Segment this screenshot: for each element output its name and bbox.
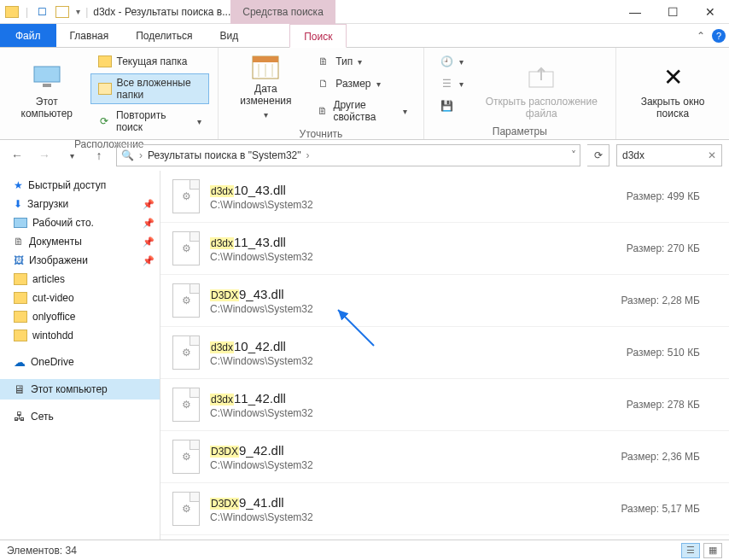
close-search-button[interactable]: ✕ Закрыть окно поиска (625, 51, 720, 120)
open-location-button: Открыть расположение файла (476, 51, 608, 120)
list-item[interactable]: ⚙ d3dx10_43.dll C:\Windows\System32 Разм… (160, 171, 729, 223)
sidebar-item-label: articles (32, 273, 65, 285)
ribbon-tabs: Файл Главная Поделиться Вид Поиск ⌃ ? (0, 24, 729, 48)
refresh-button[interactable]: ⟳ (587, 144, 609, 166)
file-name: d3dx11_42.dll (210, 391, 313, 405)
qat-dropdown-icon[interactable]: ▾ (76, 7, 80, 16)
list-item[interactable]: ⚙ d3dx11_42.dll C:\Windows\System32 Разм… (160, 379, 729, 431)
back-button[interactable]: ← (7, 145, 27, 166)
search-box[interactable]: d3dx ✕ (616, 144, 722, 166)
recent-dropdown[interactable]: ▾ (61, 145, 82, 166)
tab-view[interactable]: Вид (206, 24, 252, 47)
breadcrumb[interactable]: Результаты поиска в "System32" (148, 149, 301, 161)
svg-rect-0 (34, 67, 60, 82)
file-path: C:\Windows\System32 (210, 303, 313, 315)
other-props-button[interactable]: 🗎 Другие свойства (309, 96, 414, 126)
cloud-icon: ☁ (14, 355, 26, 369)
sidebar-item-label: Сеть (31, 411, 54, 423)
properties-icon[interactable]: ☐ (35, 5, 49, 19)
list-item[interactable]: ⚙ d3dx11_43.dll C:\Windows\System32 Разм… (160, 223, 729, 275)
qat-separator: | (26, 6, 28, 18)
up-button[interactable]: ↑ (89, 145, 109, 166)
contextual-tab-header: Средства поиска (230, 0, 335, 24)
monitor-icon: 🖥 (14, 382, 26, 396)
sidebar-item-network[interactable]: 🖧Сеть (0, 406, 160, 427)
tab-share[interactable]: Поделиться (122, 24, 206, 47)
pin-icon: 📌 (143, 255, 155, 266)
pictures-icon: 🖼 (14, 254, 24, 266)
sidebar-item-label: OneDrive (31, 356, 74, 368)
sidebar-item-cutvideo[interactable]: cut-video (0, 289, 160, 307)
tab-search[interactable]: Поиск (289, 24, 347, 48)
type-label: Тип (335, 55, 353, 67)
sidebar-item-articles[interactable]: articles (0, 270, 160, 289)
document-icon: 🗎 (317, 55, 330, 68)
save-search-button[interactable]: 💾 (433, 96, 471, 116)
address-bar[interactable]: 🔍 › Результаты поиска в "System32" › ˅ (116, 144, 580, 166)
advanced-options-button[interactable]: ☰ (433, 73, 471, 94)
clear-search-icon[interactable]: ✕ (708, 149, 716, 161)
file-size: Размер: 499 КБ (627, 190, 717, 202)
tab-file[interactable]: Файл (0, 24, 56, 47)
list-item[interactable]: ⚙ d3dx10_42.dll C:\Windows\System32 Разм… (160, 327, 729, 379)
sidebar-item-downloads[interactable]: ⬇Загрузки📌 (0, 195, 160, 213)
close-button[interactable]: ✕ (691, 0, 729, 24)
size-label: Размер (335, 78, 370, 90)
sidebar-item-label: Рабочий сто. (32, 217, 94, 229)
search-results-list[interactable]: ⚙ d3dx10_43.dll C:\Windows\System32 Разм… (160, 171, 729, 540)
recent-searches-button[interactable]: 🕘 (433, 51, 471, 72)
sidebar-item-label: Быстрый доступ (28, 179, 106, 191)
address-dropdown-icon[interactable]: ˅ (571, 149, 576, 161)
collapse-ribbon-icon[interactable]: ⌃ (697, 30, 705, 42)
tab-home[interactable]: Главная (56, 24, 123, 47)
document-icon: 🗎 (14, 236, 24, 248)
maximize-button[interactable]: ☐ (654, 0, 691, 24)
current-folder-button[interactable]: Текущая папка (90, 51, 210, 72)
type-button[interactable]: 🗎 Тип (309, 51, 414, 72)
search-again-button[interactable]: ⟳ Повторить поиск (90, 106, 210, 137)
options-icon: ☰ (440, 77, 454, 90)
search-again-icon: ⟳ (98, 114, 111, 128)
clock-icon: 🕘 (440, 55, 454, 68)
file-path: C:\Windows\System32 (210, 355, 313, 367)
dll-file-icon: ⚙ (172, 231, 200, 265)
all-subfolders-button[interactable]: Все вложенные папки (90, 73, 210, 104)
view-details-button[interactable]: ☰ (681, 543, 700, 558)
list-item[interactable]: ⚙ D3DX9_41.dll C:\Windows\System32 Разме… (160, 483, 729, 535)
folder-icon (98, 55, 112, 68)
list-item[interactable]: ⚙ D3DX9_43.dll C:\Windows\System32 Разме… (160, 275, 729, 327)
this-pc-label: Этот компьютер (14, 96, 80, 120)
list-item[interactable]: ⚙ D3DX9_42.dll C:\Windows\System32 Разме… (160, 431, 729, 483)
sidebar-item-label: Изображени (29, 254, 88, 266)
dll-file-icon: ⚙ (172, 492, 200, 526)
sidebar-item-label: cut-video (32, 292, 74, 304)
close-search-label: Закрыть окно поиска (630, 96, 715, 120)
minimize-button[interactable]: — (616, 0, 654, 24)
size-button[interactable]: 🗋 Размер (309, 73, 414, 94)
sidebar-item-onlyoffice[interactable]: onlyoffice (0, 307, 160, 326)
sidebar-item-label: Этот компьютер (31, 383, 108, 395)
sidebar-item-pictures[interactable]: 🖼Изображени📌 (0, 251, 160, 270)
new-folder-icon[interactable] (55, 5, 69, 19)
ribbon-group-location: Этот компьютер Текущая папка Все вложенн… (0, 48, 219, 139)
dll-file-icon: ⚙ (172, 440, 200, 474)
ribbon-group-options: 🕘 ☰ 💾 Открыть расположение файла Парамет… (424, 48, 617, 139)
file-name: d3dx11_43.dll (210, 235, 313, 249)
sidebar-item-label: onlyoffice (32, 311, 75, 323)
sidebar-item-onedrive[interactable]: ☁OneDrive (0, 352, 160, 372)
help-icon[interactable]: ? (712, 29, 726, 43)
forward-button[interactable]: → (34, 145, 55, 166)
sidebar-item-desktop[interactable]: Рабочий сто.📌 (0, 213, 160, 232)
ribbon-group-refine: Дата изменения 🗎 Тип 🗋 Размер 🗎 Другие с… (219, 48, 423, 139)
sidebar-item-wintohdd[interactable]: wintohdd (0, 326, 160, 345)
sidebar-item-documents[interactable]: 🗎Документы📌 (0, 232, 160, 251)
this-pc-button[interactable]: Этот компьютер (9, 51, 85, 120)
sidebar[interactable]: ★Быстрый доступ ⬇Загрузки📌 Рабочий сто.📌… (0, 171, 160, 540)
file-size: Размер: 2,28 МБ (621, 295, 717, 306)
date-modified-button[interactable]: Дата изменения (227, 51, 304, 120)
sidebar-item-label: Документы (29, 236, 82, 248)
sidebar-item-quick-access[interactable]: ★Быстрый доступ (0, 176, 160, 195)
view-icons-button[interactable]: ▦ (703, 543, 722, 558)
file-size: Размер: 510 КБ (627, 347, 717, 359)
sidebar-item-thispc[interactable]: 🖥Этот компьютер (0, 379, 160, 400)
